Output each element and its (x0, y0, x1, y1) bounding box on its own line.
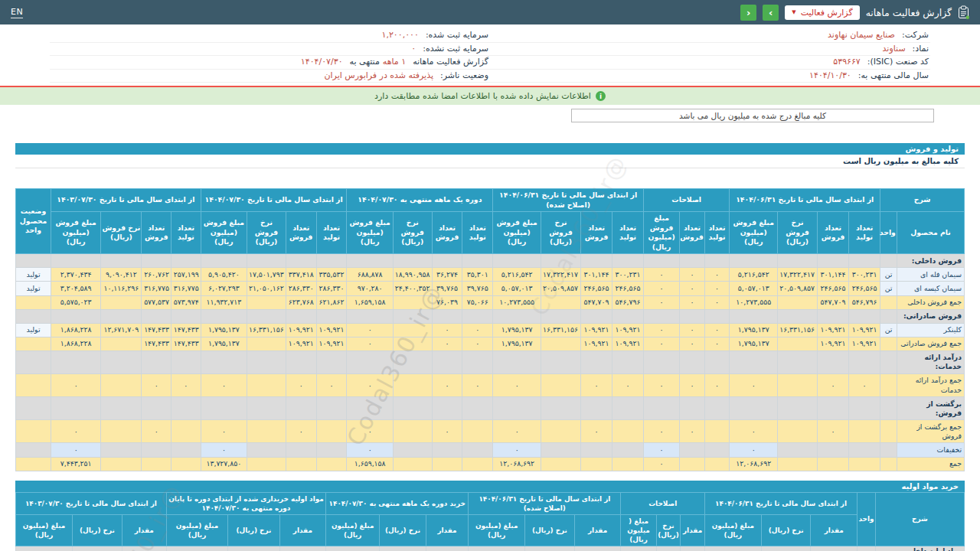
cell (172, 254, 201, 268)
value-cell: ۲۴۶,۵۶۵ (580, 282, 612, 295)
value-cell: ۱۴۷,۴۳۳ (172, 337, 201, 350)
col-header: مقدار (122, 514, 166, 546)
page-title: گزارش فعالیت ماهانه (866, 7, 952, 18)
value-cell (849, 443, 880, 457)
value-cell: ۰ (680, 337, 705, 350)
cell (612, 350, 644, 373)
value-cell: ۵,۹۰۵,۴۲۰ (201, 268, 247, 282)
cell (849, 397, 880, 420)
value-cell: ۰ (142, 373, 172, 396)
value-cell: ۷۵,۰۶۶ (462, 295, 493, 309)
previous-report-button[interactable]: ‹ (740, 5, 756, 21)
cell (228, 546, 279, 551)
value-cell: ۳۶,۲۷۴ (432, 268, 462, 282)
value-cell: ۱۴۷,۴۳۳ (142, 337, 172, 350)
col-header: تعداد فروش (286, 212, 316, 254)
section-row: برگشت از فروش: (16, 397, 965, 420)
value-cell: ۰ (849, 373, 880, 396)
row-label: جمع برگشت از فروش (897, 420, 964, 443)
col-header: نام محصول (897, 212, 964, 254)
value-cell (101, 295, 142, 309)
cell (880, 350, 897, 373)
cell (644, 254, 680, 268)
col-header: تعداد تولید (462, 212, 493, 254)
language-switch-en[interactable]: EN (11, 7, 23, 18)
cell (811, 546, 858, 551)
value-cell (393, 457, 432, 471)
row-label: تخفیفات (897, 443, 964, 457)
value-cell: ۰ (201, 443, 247, 457)
section-row: فروش صادراتی: (16, 309, 965, 323)
value-cell: ۱,۷۹۵,۱۳۷ (201, 323, 247, 337)
value-cell (393, 337, 432, 350)
col-header: مبلغ فروش (میلیون ریال) (201, 212, 247, 254)
cell (201, 350, 247, 373)
cell (541, 309, 581, 323)
value-cell: ۵۴۶,۷۹۶ (849, 295, 880, 309)
status-cell: تولید (16, 323, 51, 337)
cell (612, 254, 644, 268)
col-header: مقدار (279, 514, 326, 546)
cell (761, 546, 811, 551)
production-sales-table-wrap: شرحاز ابتدای سال مالی تا تاریخ ۱۴۰۴/۰۶/۳… (15, 188, 965, 471)
report-type-dropdown[interactable]: گزارش فعالیت ▼ (785, 5, 859, 20)
info-value: ۱,۲۰۰,۰۰۰ (382, 29, 419, 42)
value-cell (704, 420, 730, 443)
value-cell: ۰ (580, 420, 612, 443)
value-cell: ۰ (432, 373, 462, 396)
col-header: نرخ (ریال) (73, 514, 122, 546)
col-header: مقدار (574, 514, 621, 546)
col-header: مبلغ فروش (میلیون ریال) (347, 212, 393, 254)
cell (730, 309, 778, 323)
table-row: جمع فروش صادراتی۱۰۹,۹۲۱۱۰۹,۹۲۱۱,۷۹۵,۱۳۷۰… (16, 337, 965, 350)
info-label: سرمایه ثبت نشده: (423, 43, 488, 56)
cell (51, 397, 101, 420)
unit-cell: تن (880, 323, 897, 337)
value-cell (778, 373, 818, 396)
value-cell: ۱۷,۳۲۲,۴۱۷ (541, 268, 581, 282)
cell (704, 397, 730, 420)
cell (541, 254, 581, 268)
col-header: از ابتدای سال مالی تا تاریخ ۱۴۰۳/۰۷/۳۰ (51, 189, 201, 212)
status-cell (16, 457, 51, 471)
value-cell (172, 420, 201, 443)
value-cell: ۲۰,۵۰۹,۸۵۷ (541, 282, 581, 295)
value-cell: ۰ (316, 373, 347, 396)
cell (247, 254, 286, 268)
cell (326, 546, 380, 551)
info-icon: i (596, 91, 606, 101)
cell (142, 309, 172, 323)
value-cell: ۰ (493, 420, 541, 443)
value-cell: ۱۰,۲۷۳,۵۵۵ (493, 295, 541, 309)
value-cell: ۶۸۸,۸۷۸ (347, 268, 393, 282)
cell (462, 397, 493, 420)
value-cell (101, 337, 142, 350)
cell (393, 309, 432, 323)
col-header: اصلاحات (621, 492, 704, 514)
cell (849, 254, 880, 268)
table-row: جمع۱۲,۰۶۸,۶۹۲۰۱۲,۰۶۸,۶۹۲۱,۶۵۹,۱۵۸۱۳,۷۲۷,… (16, 457, 965, 471)
cell (101, 254, 142, 268)
cell (16, 546, 73, 551)
cell (644, 397, 680, 420)
cell (612, 397, 644, 420)
table-row: تخفیفات۰۰۰۰۰۰ (16, 443, 965, 457)
cell (51, 350, 101, 373)
next-report-button[interactable]: › (763, 5, 779, 21)
col-header: مبلغ (میلیون ریال) (166, 514, 227, 546)
value-cell (680, 443, 705, 457)
table-row: جمع برگشت از فروش۰۰۰۰۰۰۰۰۰۰۰۰ (16, 420, 965, 443)
info-row: وضعیت ناشر:پذیرفته شده در فرابورس ایران (50, 70, 490, 83)
alert-text: اطلاعات نمایش داده شده با اطلاعات امضا ش… (374, 91, 591, 101)
value-cell: ۲۶۰,۷۶۲ (142, 268, 172, 282)
col-header: نرخ فروش (ریال) (778, 212, 818, 254)
value-cell: ۱۰,۲۷۳,۵۵۵ (730, 295, 778, 309)
value-cell: ۰ (680, 323, 705, 337)
value-cell: ۰ (462, 337, 493, 350)
cell (172, 309, 201, 323)
value-cell: ۵,۰۵۷,۰۱۳ (493, 282, 541, 295)
info-label: گزارش فعالیت ماهانه (413, 56, 488, 69)
cell (880, 397, 897, 420)
value-cell: ۵,۲۱۶,۵۴۲ (730, 268, 778, 282)
value-cell (704, 457, 730, 471)
